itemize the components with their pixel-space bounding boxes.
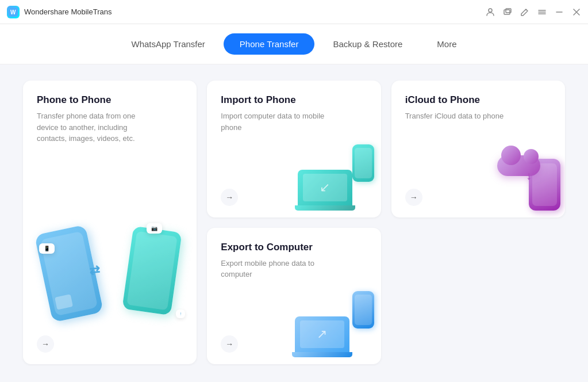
icloud-illustration: ↓ — [477, 142, 560, 211]
tab-backup[interactable]: Backup & Restore — [317, 33, 418, 55]
card-icloud-to-phone[interactable]: iCloud to Phone Transfer iCloud data to … — [391, 81, 565, 217]
card-phone-to-phone[interactable]: Phone to Phone Transfer phone data from … — [23, 81, 197, 364]
title-bar-controls — [486, 7, 581, 17]
card-phone-to-phone-desc: Transfer phone data from one device to a… — [37, 110, 140, 144]
app-title: Wondershare MobileTrans — [24, 7, 112, 16]
card-export-title: Export to Computer — [221, 242, 367, 253]
card-export-arrow[interactable]: → — [221, 335, 238, 353]
title-bar: W Wondershare MobileTrans — [0, 0, 588, 24]
card-import-desc: Import computer data to mobile phone — [221, 110, 324, 133]
card-import-to-phone[interactable]: Import to Phone Import computer data to … — [207, 81, 381, 217]
card-phone-to-phone-title: Phone to Phone — [37, 94, 183, 106]
app-icon: W — [7, 6, 20, 18]
svg-point-2 — [489, 9, 492, 12]
minimize-icon[interactable] — [555, 7, 564, 17]
export-illustration: ↗ — [286, 291, 375, 357]
card-import-arrow[interactable]: → — [221, 189, 238, 206]
phone-to-phone-illustration: ⇄ 📷 📱 ↑ — [34, 215, 191, 330]
import-illustration: ↙ — [289, 144, 375, 211]
edit-icon[interactable] — [520, 7, 529, 17]
card-export-to-computer[interactable]: Export to Computer Export mobile phone d… — [207, 228, 381, 365]
card-export-desc: Export mobile phone data to computer — [221, 258, 324, 280]
title-bar-left: W Wondershare MobileTrans — [7, 6, 112, 18]
card-icloud-arrow[interactable]: → — [405, 189, 422, 206]
tab-more[interactable]: More — [421, 33, 472, 55]
main-content: Phone to Phone Transfer phone data from … — [0, 64, 588, 380]
card-import-title: Import to Phone — [221, 94, 367, 106]
card-icloud-desc: Transfer iCloud data to phone — [405, 110, 509, 122]
user-icon[interactable] — [486, 7, 495, 17]
card-icloud-title: iCloud to Phone — [405, 94, 551, 106]
tab-whatsapp[interactable]: WhatsApp Transfer — [115, 33, 221, 55]
tab-phone[interactable]: Phone Transfer — [224, 33, 315, 55]
nav-bar: WhatsApp Transfer Phone Transfer Backup … — [0, 24, 588, 64]
card-phone-to-phone-arrow[interactable]: → — [37, 335, 54, 353]
menu-icon[interactable] — [537, 7, 547, 17]
svg-rect-3 — [504, 10, 510, 14]
close-icon[interactable] — [572, 7, 581, 17]
window-icon[interactable] — [503, 7, 512, 17]
svg-text:W: W — [10, 9, 16, 16]
